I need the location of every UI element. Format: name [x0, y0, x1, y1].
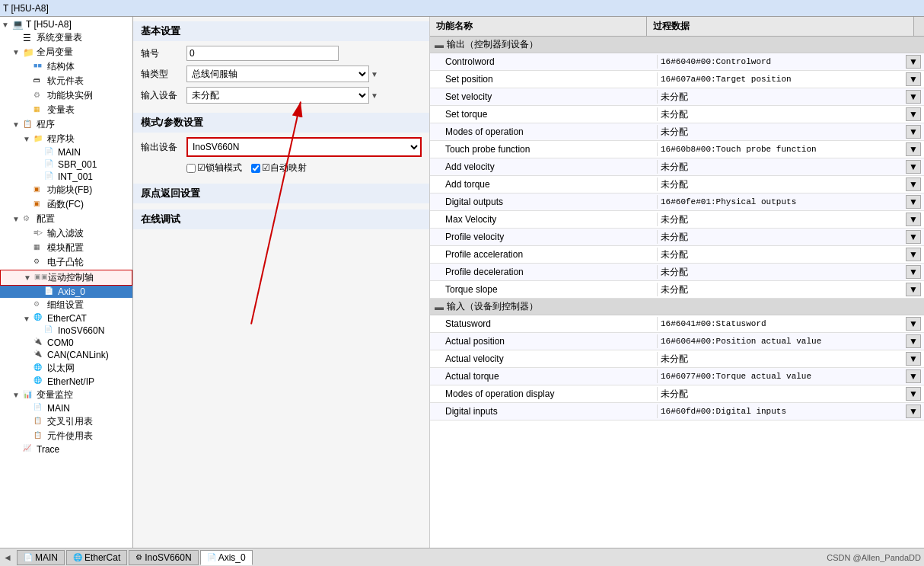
auto-map-checkbox[interactable]: ☑自动映射 [251, 161, 307, 174]
cell-data: 未分配 ▼ [658, 176, 924, 193]
table-header: 功能名称 过程数据 [430, 17, 924, 37]
dropdown-btn[interactable]: ▼ [906, 317, 921, 331]
sidebar-item-main[interactable]: 📄 MAIN [0, 146, 132, 158]
sidebar-label: 变量监控 [37, 389, 73, 401]
dropdown-btn[interactable]: ▼ [906, 72, 921, 86]
sidebar-item-soft-elem[interactable]: 🗃 软元件表 [0, 74, 132, 88]
sidebar-item-canlink[interactable]: 🔌 CAN(CANLink) [0, 349, 132, 361]
sidebar-label: 程序 [37, 118, 55, 131]
axis-num-input[interactable] [186, 46, 339, 61]
tab-inosv660n[interactable]: ⚙ InoSV660N [129, 550, 198, 565]
dropdown-btn[interactable]: ▼ [906, 369, 921, 383]
settings-section-basic: 基本设置 [133, 21, 429, 41]
sidebar-item-sys-var[interactable]: ☰ 系统变量表 [0, 30, 132, 45]
sidebar-label: 细组设置 [47, 299, 84, 312]
sidebar-item-main-monitor[interactable]: 📄 MAIN [0, 402, 132, 414]
dropdown-btn[interactable]: ▼ [906, 352, 921, 366]
dropdown-btn[interactable]: ▼ [906, 142, 921, 156]
dropdown-btn[interactable]: ▼ [906, 230, 921, 244]
sidebar-item-config[interactable]: ▼ ⚙ 配置 [0, 212, 132, 226]
sidebar-item-input-filter[interactable]: ≡▷ 输入滤波 [0, 226, 132, 241]
output-section-header[interactable]: ▬ 输出（控制器到设备） [430, 37, 924, 53]
sidebar-item-func-inst[interactable]: ⚙ 功能块实例 [0, 88, 132, 103]
axis-icon: 📄 [44, 286, 56, 297]
dropdown-btn[interactable]: ▼ [906, 265, 921, 279]
cell-data: 未分配 ▼ [658, 88, 924, 105]
sidebar-item-axis0[interactable]: 📄 Axis_0 [0, 286, 132, 298]
sidebar-item-motion-ctrl[interactable]: ▼ ▣▣ 运动控制轴 [0, 270, 132, 286]
dropdown-btn[interactable]: ▼ [906, 160, 921, 174]
dropdown-btn[interactable]: ▼ [906, 405, 921, 418]
fb-icon: ▣ [33, 185, 46, 196]
table-row: Statusword 16#6041#00:Statusword ▼ [430, 315, 924, 333]
dropdown-btn[interactable]: ▼ [906, 387, 921, 401]
sidebar-item-trace[interactable]: 📈 Trace [0, 443, 132, 456]
axis-type-select[interactable]: 总线伺服轴 [186, 66, 369, 82]
cell-name: Statusword [430, 317, 658, 331]
dropdown-btn[interactable]: ▼ [906, 90, 921, 104]
dropdown-btn[interactable]: ▼ [906, 55, 921, 69]
sidebar-item-int001[interactable]: 📄 INT_001 [0, 171, 132, 183]
table-body[interactable]: ▬ 输出（控制器到设备） Controlword 16#6040#00:Cont… [430, 37, 924, 548]
output-device-select[interactable]: InoSV660N [188, 139, 420, 155]
sidebar-item-t-h5u[interactable]: ▼ 💻 T [H5U-A8] [0, 18, 132, 30]
collapse-icon[interactable]: ▬ [435, 40, 444, 50]
sidebar-item-sbr001[interactable]: 📄 SBR_001 [0, 158, 132, 171]
tab-ethercat-label: EtherCat [84, 552, 120, 563]
sidebar-item-elem-usage[interactable]: 📋 元件使用表 [0, 429, 132, 443]
mode-param-section: 模式/参数设置 [133, 113, 429, 133]
sidebar-item-var-table[interactable]: ▦ 变量表 [0, 103, 132, 117]
input-device-select[interactable]: 未分配 [186, 87, 369, 104]
expand-icon [33, 327, 44, 335]
tab-main[interactable]: 📄 MAIN [17, 550, 65, 565]
cell-data: 未分配 ▼ [658, 264, 924, 280]
table-icon: 🗃 [33, 76, 46, 87]
fine-icon: ⚙ [33, 300, 46, 311]
expand-icon [23, 200, 33, 209]
sidebar: ▼ 💻 T [H5U-A8] ☰ 系统变量表 ▼ 📁 全局变量 ■■ 结构体 🗃… [0, 17, 133, 548]
input-section-header[interactable]: ▬ 输入（设备到控制器） [430, 299, 924, 315]
collapse-icon[interactable]: ▬ [435, 302, 444, 312]
tab-ethercat[interactable]: 🌐 EtherCat [66, 550, 127, 565]
expand-icon [12, 446, 23, 454]
sidebar-item-cross-ref[interactable]: 📋 交叉引用表 [0, 414, 132, 429]
sidebar-label: 程序块 [47, 133, 75, 145]
sidebar-label: 元件使用表 [47, 430, 93, 443]
sidebar-item-struct[interactable]: ■■ 结构体 [0, 59, 132, 74]
cell-data: 16#6064#00:Position actual value ▼ [658, 333, 924, 350]
sidebar-item-var-monitor[interactable]: ▼ 📊 变量监控 [0, 388, 132, 402]
sidebar-item-ethernet[interactable]: 🌐 以太网 [0, 361, 132, 376]
dropdown-btn[interactable]: ▼ [906, 107, 921, 121]
sidebar-item-prog-block[interactable]: ▼ 📁 程序块 [0, 132, 132, 146]
sidebar-item-program[interactable]: ▼ 📋 程序 [0, 117, 132, 132]
axis-num-row: 轴号 [141, 46, 422, 61]
sidebar-item-ethercat[interactable]: ▼ 🌐 EtherCAT [0, 312, 132, 325]
dropdown-btn[interactable]: ▼ [906, 195, 921, 209]
lock-axis-checkbox[interactable]: ☑锁轴模式 [186, 161, 242, 174]
sidebar-item-func-fb[interactable]: ▣ 功能块(FB) [0, 183, 132, 197]
output-device-label: 输出设备 [141, 141, 186, 154]
usage-icon: 📋 [33, 431, 46, 442]
sidebar-item-global-var[interactable]: ▼ 📁 全局变量 [0, 45, 132, 59]
dropdown-btn[interactable]: ▼ [906, 248, 921, 261]
axis-type-label: 轴类型 [141, 68, 186, 81]
sidebar-item-com0[interactable]: 🔌 COM0 [0, 337, 132, 349]
ethercat-icon: 🌐 [33, 313, 46, 324]
sidebar-label: MAIN [47, 403, 70, 414]
dropdown-btn[interactable]: ▼ [906, 125, 921, 139]
dropdown-btn[interactable]: ▼ [906, 334, 921, 348]
dropdown-btn[interactable]: ▼ [906, 213, 921, 226]
origin-return-label: 原点返回设置 [141, 187, 200, 200]
dropdown-btn[interactable]: ▼ [906, 283, 921, 296]
sidebar-item-inosv660n[interactable]: 📄 InoSV660N [0, 325, 132, 337]
tab-axis0[interactable]: 📄 Axis_0 [200, 550, 253, 565]
sidebar-item-module-config[interactable]: ▦ 模块配置 [0, 241, 132, 255]
sidebar-item-fine-config[interactable]: ⚙ 细组设置 [0, 298, 132, 312]
sidebar-item-cam[interactable]: ⚙ 电子凸轮 [0, 255, 132, 270]
sidebar-item-func-fc[interactable]: ▣ 函数(FC) [0, 197, 132, 212]
dropdown-btn[interactable]: ▼ [906, 177, 921, 191]
cell-name: Modes of operation display [430, 387, 658, 401]
cell-data-value: 未分配 [661, 108, 906, 121]
list-icon: ☰ [23, 33, 35, 43]
sidebar-item-ethernetip[interactable]: 🌐 EtherNet/IP [0, 376, 132, 388]
